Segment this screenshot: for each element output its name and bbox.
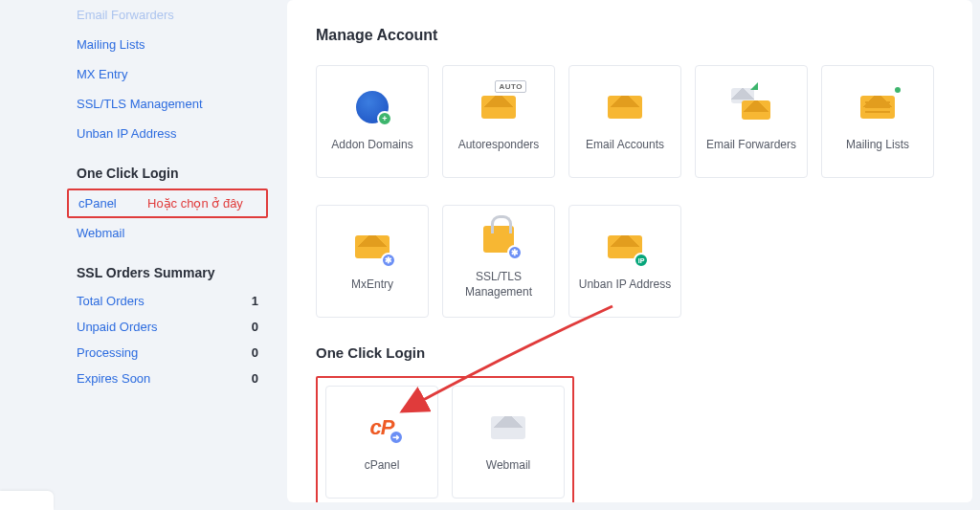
sidebar: Email Forwarders Mailing Lists MX Entry …: [0, 0, 287, 510]
ssl-row-label: Expires Soon: [77, 371, 150, 386]
globe-icon: +: [352, 90, 392, 124]
envelope-webmail-icon: [488, 410, 528, 445]
padlock-icon: ✱: [479, 222, 519, 256]
card-email-accounts[interactable]: Email Accounts: [568, 65, 681, 178]
card-label: Webmail: [486, 458, 530, 474]
envelope-gear-icon: ✱: [352, 230, 392, 264]
envelope-ip-icon: IP: [605, 230, 645, 264]
card-unban-ip[interactable]: IP Unban IP Address: [568, 205, 681, 318]
card-grid-manage-2: ✱ MxEntry ✱ SSL/TLS Management IP Unban …: [316, 205, 944, 318]
ssl-row-expires[interactable]: Expires Soon 0: [67, 366, 268, 391]
card-grid-manage: + Addon Domains AUTO Autoresponders Emai…: [316, 65, 944, 178]
ssl-row-label: Processing: [77, 345, 138, 360]
card-mx-entry[interactable]: ✱ MxEntry: [316, 205, 429, 318]
envelope-auto-icon: AUTO: [479, 90, 519, 124]
sidebar-link-mx-entry[interactable]: MX Entry: [67, 59, 268, 89]
card-label: Autoresponders: [458, 138, 540, 153]
main-panel: Manage Account + Addon Domains AUTO Auto…: [287, 0, 972, 502]
envelope-list-icon: [858, 90, 898, 124]
card-label: SSL/TLS Management: [449, 270, 548, 299]
card-webmail[interactable]: Webmail: [452, 386, 565, 499]
sidebar-heading-ssl-summary: SSL Orders Summary: [67, 248, 268, 288]
card-label: Email Forwarders: [706, 138, 796, 153]
card-label: Unban IP Address: [579, 277, 672, 293]
card-label: Email Accounts: [586, 138, 664, 153]
ssl-row-count: 0: [252, 320, 258, 334]
envelope-forward-icon: [731, 90, 771, 124]
ssl-row-count: 0: [252, 371, 258, 386]
ssl-row-count: 1: [252, 294, 258, 308]
ssl-row-count: 0: [252, 345, 258, 360]
bottom-tab: [0, 491, 54, 510]
layout: Email Forwarders Mailing Lists MX Entry …: [0, 0, 980, 510]
card-label: Addon Domains: [331, 138, 412, 153]
card-mailing-lists[interactable]: Mailing Lists: [821, 65, 934, 178]
envelope-icon: [605, 90, 645, 124]
ssl-row-processing[interactable]: Processing 0: [67, 340, 268, 366]
card-addon-domains[interactable]: + Addon Domains: [316, 65, 429, 178]
sidebar-link-webmail[interactable]: Webmail: [67, 218, 268, 248]
ssl-row-unpaid[interactable]: Unpaid Orders 0: [67, 314, 268, 340]
sidebar-link-mailing-lists[interactable]: Mailing Lists: [67, 30, 268, 59]
card-autoresponders[interactable]: AUTO Autoresponders: [442, 65, 555, 178]
ssl-row-label: Total Orders: [77, 294, 145, 308]
annotation-note-text: Hoặc chọn ở đây: [147, 196, 243, 211]
cpanel-icon: cP➜: [362, 410, 402, 445]
card-label: Mailing Lists: [846, 138, 909, 153]
heading-manage-account: Manage Account: [316, 27, 944, 44]
card-label: cPanel: [365, 458, 400, 474]
annotation-highlight-cpanel-link: cPanel Hoặc chọn ở đây: [67, 188, 268, 218]
ssl-row-total[interactable]: Total Orders 1: [67, 288, 268, 314]
sidebar-link-unban-ip[interactable]: Unban IP Address: [67, 119, 268, 148]
card-cpanel[interactable]: cP➜ cPanel: [325, 386, 438, 499]
sidebar-link-ssl-tls[interactable]: SSL/TLS Management: [67, 89, 268, 119]
card-label: MxEntry: [351, 277, 393, 293]
sidebar-link-email-forwarders[interactable]: Email Forwarders: [67, 0, 268, 30]
sidebar-heading-one-click-login: One Click Login: [67, 148, 268, 188]
ssl-row-label: Unpaid Orders: [77, 320, 158, 334]
heading-one-click-login: One Click Login: [316, 344, 944, 361]
card-ssl-tls[interactable]: ✱ SSL/TLS Management: [442, 205, 555, 318]
annotation-highlight-cpanel-card: cP➜ cPanel Webmail: [316, 376, 574, 502]
card-email-forwarders[interactable]: Email Forwarders: [695, 65, 808, 178]
